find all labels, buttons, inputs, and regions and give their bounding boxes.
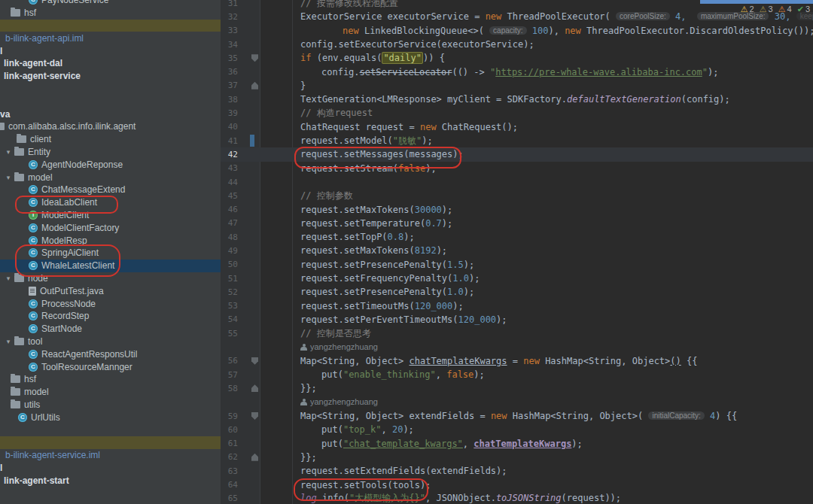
chevron-down-icon[interactable]: ▾ [5,148,12,156]
code-line-42[interactable]: 42request.setMessages(messages); [221,147,813,161]
line-number[interactable]: 34 [221,40,238,50]
code-line-52[interactable]: 52request.setPresencePenalty(1.0); [221,285,813,299]
tree-item-com-alibaba-alsc-info-ilink-agent[interactable]: com.alibaba.alsc.info.ilink.agent [0,120,221,133]
tree-item-link-agent-service[interactable]: link-agent-service [0,70,221,83]
line-number[interactable]: 50 [221,260,238,269]
line-number[interactable]: 35 [221,53,238,63]
code-line-48[interactable]: 48request.setTopP(0.8); [221,230,813,244]
tree-item-client[interactable]: client [0,133,221,146]
line-number[interactable]: 38 [221,95,238,105]
tree-item-b-ilink-agent-service-iml[interactable]: b-ilink-agent-service.iml [0,449,221,462]
code-line-44[interactable]: 44 [221,175,813,189]
tree-item-springaiclient[interactable]: CSpringAiClient [0,247,221,260]
line-number[interactable]: 48 [221,232,238,242]
code-line-62[interactable]: 62}}; [221,451,813,464]
tree-item-modelclient[interactable]: IModelClient [0,209,221,222]
tree-item-modelclientfactory[interactable]: CModelClientFactory [0,221,221,234]
line-number[interactable]: 57 [221,370,238,380]
line-number[interactable]: 37 [221,80,238,90]
code-line-49[interactable]: 49request.setMaxTokens(8192); [221,244,813,257]
line-number[interactable]: 65 [221,493,238,503]
tree-item-model[interactable]: model [0,386,221,399]
code-line-51[interactable]: 51request.setFrequencyPenalty(1.0); [221,272,813,285]
tree-item-toolresourcemannger[interactable]: CToolResourceMannger [0,360,221,373]
tree-item-utils[interactable]: utils [0,399,221,411]
tree-item-model[interactable]: ▾model [0,171,221,184]
code-line-64[interactable]: 64request.setTools(tools); [221,478,813,491]
line-number[interactable]: 47 [221,218,238,228]
code-line-36[interactable]: 36config.setServiceLocator(() -> "https:… [221,65,813,78]
tree-item-l[interactable]: l [0,44,221,57]
tree-item-entity[interactable]: ▾Entity [0,146,221,159]
fold-region-start-icon[interactable] [251,412,258,420]
code-line-33[interactable]: 33new LinkedBlockingQueue<>( capacity: 1… [221,24,813,38]
tree-item-idealabclient[interactable]: CIdeaLabClient [0,196,221,209]
line-number[interactable]: 43 [221,163,238,173]
code-line-34[interactable]: 34config.setExecutorService(executorServ… [221,38,813,51]
code-line-43[interactable]: 43request.setStream(false); [221,162,813,175]
line-number[interactable]: 63 [221,466,238,476]
inspection-warning-indicator[interactable]: ⚠3 [760,5,773,14]
code-line-60[interactable]: 60put("top_k", 20); [221,423,813,436]
line-number[interactable]: 52 [221,287,238,297]
chevron-down-icon[interactable]: ▾ [5,338,12,345]
code-line-56[interactable]: 56Map<String, Object> chatTemplateKwargs… [221,354,813,368]
line-number[interactable]: 56 [221,356,238,366]
line-number[interactable]: 42 [221,150,238,159]
tree-item-whalelatestclient[interactable]: CWhaleLatestClient [0,260,221,272]
line-number[interactable]: 60 [221,425,238,435]
inspections-widget[interactable]: ⚠2⚠3⚠4✔3 [741,5,810,14]
line-number[interactable]: 44 [221,178,238,187]
line-number[interactable]: 61 [221,439,238,448]
line-number[interactable]: 36 [221,67,238,77]
tree-item-startnode[interactable]: CStartNode [0,323,221,335]
tree-item-va[interactable]: va [0,108,221,120]
code-line-65[interactable]: 65log.info("大模型输入为{}", JSONObject.toJSON… [221,492,813,504]
code-line-55[interactable]: 55// 控制是否思考 [221,326,813,340]
tree-item-modelresp[interactable]: CModelResp [0,234,221,247]
code-line-47[interactable]: 47request.setTemperature(0.7); [221,217,813,230]
code-line-37[interactable]: 37} [221,79,813,93]
tree-item-link-agent-dal[interactable]: link-agent-dal [0,57,221,70]
fold-region-end-icon[interactable] [251,454,258,461]
chevron-down-icon[interactable]: ▾ [5,275,12,282]
tree-item-hsf[interactable]: hsf [0,373,221,386]
fold-region-start-icon[interactable] [251,357,258,365]
code-line-58[interactable]: 58}}; [221,381,813,395]
tree-item-reactagentresponsutil[interactable]: CReactAgentResponsUtil [0,348,221,360]
code-line-54[interactable]: 54request.setPerEventTimeoutMs(120_000); [221,313,813,326]
tree-item-l[interactable]: l [0,461,221,474]
tree-item-link-agent-start[interactable]: link-agent-start [0,474,221,487]
code-line-53[interactable]: 53request.setTimeoutMs(120_000); [221,299,813,313]
code-line-57[interactable]: 57put("enable_thinking", false); [221,368,813,381]
tree-item-outputtest-java[interactable]: OutPutTest.java [0,284,221,297]
tree-item-agentnodereponse[interactable]: CAgentNodeReponse [0,158,221,171]
code-line-61[interactable]: 61put("chat_template_kwargs", chatTempla… [221,437,813,451]
line-number[interactable]: 40 [221,122,238,132]
code-line-63[interactable]: 63request.setExtendFields(extendFields); [221,464,813,478]
code-line-38[interactable]: 38TextGeneration<LMResponse> myClient = … [221,93,813,106]
line-number[interactable]: 54 [221,314,238,324]
code-line-46[interactable]: 46request.setMaxTokens(30000); [221,202,813,216]
code-line-50[interactable]: 50request.setPresencePenalty(1.5); [221,258,813,272]
code-line-45[interactable]: 45// 控制参数 [221,189,813,202]
line-number[interactable]: 55 [221,329,238,339]
inspection-ok-indicator[interactable]: ✔3 [797,5,810,14]
line-number[interactable]: 32 [221,12,238,22]
fold-region-start-icon[interactable] [251,54,258,62]
line-number[interactable]: 46 [221,205,238,214]
code-editor[interactable]: 31// 按需修改线程池配置32ExecutorService executor… [221,0,813,504]
line-number[interactable]: 31 [221,0,238,8]
tree-item-processnode[interactable]: CProcessNode [0,297,221,310]
code-line-35[interactable]: 35if (env.equals("daily")) { [221,51,813,65]
line-number[interactable]: 39 [221,108,238,118]
tree-item-paynodeservice[interactable]: CPayNodeService [0,0,221,7]
tree-item-recordstep[interactable]: CRecordStep [0,310,221,323]
inspection-warning-indicator[interactable]: ⚠2 [741,5,754,14]
tree-item-urlutils[interactable]: CUrlUtils [0,411,221,424]
code-line-41[interactable]: 41request.setModel("脱敏"); [221,134,813,147]
chevron-down-icon[interactable]: ▾ [5,174,12,181]
line-number[interactable]: 58 [221,384,238,393]
line-number[interactable]: 59 [221,411,238,421]
code-line-40[interactable]: 40ChatRequest request = new ChatRequest(… [221,120,813,134]
